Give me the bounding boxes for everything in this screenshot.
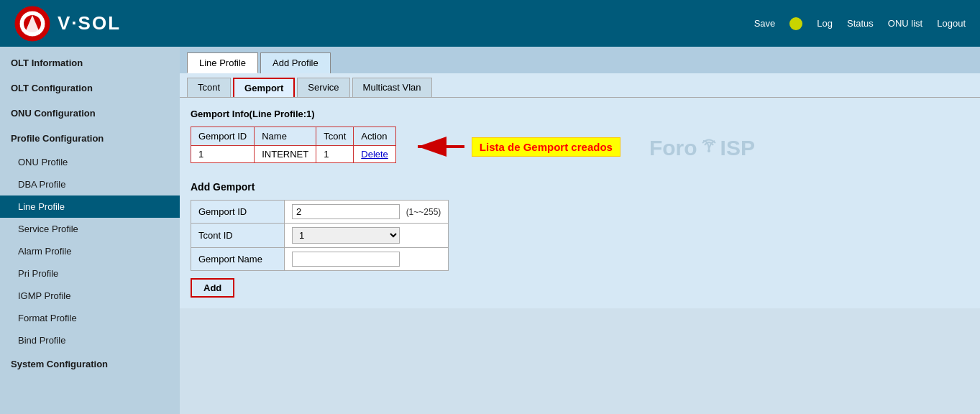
- input-cell-gemport-id: (1~~255): [285, 201, 449, 224]
- tab-line-profile[interactable]: Line Profile: [187, 52, 258, 73]
- annotation-arrow: Lista de Gemport creados: [411, 132, 620, 161]
- sidebar-item-pri-profile[interactable]: Pri Profile: [0, 262, 180, 285]
- sidebar-item-onu-profile[interactable]: ONU Profile: [0, 151, 180, 173]
- main-content: Line Profile Add Profile Tcont Gemport S…: [180, 47, 980, 414]
- cell-gemport-id: 1: [191, 146, 255, 163]
- gemport-table: Gemport ID Name Tcont Action 1 INTERNET …: [191, 126, 396, 163]
- label-gemport-name: Gemport Name: [191, 248, 285, 271]
- tab-add-profile[interactable]: Add Profile: [260, 52, 331, 73]
- save-button[interactable]: Save: [754, 18, 776, 29]
- sidebar-item-olt-info[interactable]: OLT Information: [0, 50, 180, 75]
- col-header-tcont: Tcont: [316, 127, 354, 146]
- tcont-id-select[interactable]: 1: [292, 227, 400, 244]
- onu-list-link[interactable]: ONU list: [888, 18, 922, 29]
- layout: OLT Information OLT Configuration ONU Co…: [0, 47, 980, 414]
- status-indicator: [789, 17, 802, 30]
- tab-gemport[interactable]: Gemport: [233, 78, 295, 97]
- status-link[interactable]: Status: [847, 18, 874, 29]
- cell-action[interactable]: Delete: [354, 146, 396, 163]
- header: V·SOL Save Log Status ONU list Logout: [0, 0, 980, 47]
- watermark: Foro ISP: [649, 135, 755, 159]
- delete-link[interactable]: Delete: [361, 149, 388, 160]
- gemport-name-input[interactable]: [292, 252, 400, 267]
- logout-link[interactable]: Logout: [937, 18, 966, 29]
- range-hint: (1~~255): [406, 207, 441, 217]
- foro-icon: [699, 135, 719, 155]
- sidebar-item-line-profile[interactable]: Line Profile: [0, 196, 180, 218]
- tab-multicast-vlan[interactable]: Multicast Vlan: [352, 78, 432, 97]
- table-row: 1 INTERNET 1 Delete: [191, 146, 396, 163]
- annotation-label: Lista de Gemport creados: [472, 137, 620, 157]
- arrow-icon: [411, 132, 468, 161]
- sidebar-item-alarm-profile[interactable]: Alarm Profile: [0, 240, 180, 262]
- sidebar-item-system-config[interactable]: System Configuration: [0, 351, 180, 377]
- label-gemport-id: Gemport ID: [191, 201, 285, 224]
- cell-tcont: 1: [316, 146, 354, 163]
- form-row-gemport-name: Gemport Name: [191, 248, 449, 271]
- tab-service[interactable]: Service: [297, 78, 349, 97]
- gemport-id-input[interactable]: [292, 204, 400, 219]
- content-area: Gemport Info(Line Profile:1) Gemport ID …: [180, 98, 980, 308]
- tab-bar-1: Line Profile Add Profile: [180, 47, 980, 73]
- col-header-action: Action: [354, 127, 396, 146]
- watermark-text: Foro: [649, 137, 697, 159]
- col-header-gemport-id: Gemport ID: [191, 127, 255, 146]
- logo-icon: [14, 6, 50, 42]
- header-right: Save Log Status ONU list Logout: [754, 17, 966, 30]
- sidebar-item-igmp-profile[interactable]: IGMP Profile: [0, 285, 180, 307]
- sidebar-item-format-profile[interactable]: Format Profile: [0, 307, 180, 329]
- cell-name: INTERNET: [255, 146, 316, 163]
- sidebar-item-olt-config[interactable]: OLT Configuration: [0, 75, 180, 101]
- log-link[interactable]: Log: [817, 18, 833, 29]
- logo-area: V·SOL: [14, 6, 121, 42]
- add-button[interactable]: Add: [191, 278, 234, 298]
- sidebar-item-dba-profile[interactable]: DBA Profile: [0, 173, 180, 196]
- sidebar-item-profile-config[interactable]: Profile Configuration: [0, 126, 180, 151]
- input-cell-gemport-name: [285, 248, 449, 271]
- label-tcont-id: Tcont ID: [191, 224, 285, 248]
- col-header-name: Name: [255, 127, 316, 146]
- tab-bar-2: Tcont Gemport Service Multicast Vlan: [180, 73, 980, 98]
- svg-point-6: [707, 150, 710, 152]
- sidebar-item-bind-profile[interactable]: Bind Profile: [0, 329, 180, 351]
- add-gemport-title: Add Gemport: [191, 181, 969, 193]
- select-cell-tcont-id: 1: [285, 224, 449, 248]
- sidebar-item-onu-config[interactable]: ONU Configuration: [0, 101, 180, 126]
- sidebar: OLT Information OLT Configuration ONU Co…: [0, 47, 180, 414]
- add-gemport-form: Gemport ID (1~~255) Tcont ID 1: [191, 200, 449, 271]
- sidebar-item-service-profile[interactable]: Service Profile: [0, 218, 180, 240]
- logo-text: V·SOL: [58, 12, 121, 34]
- form-row-tcont-id: Tcont ID 1: [191, 224, 449, 248]
- form-row-gemport-id: Gemport ID (1~~255): [191, 201, 449, 224]
- tab-tcont[interactable]: Tcont: [187, 78, 231, 97]
- gemport-info-title: Gemport Info(Line Profile:1): [191, 109, 969, 119]
- watermark-text2: ISP: [720, 137, 755, 159]
